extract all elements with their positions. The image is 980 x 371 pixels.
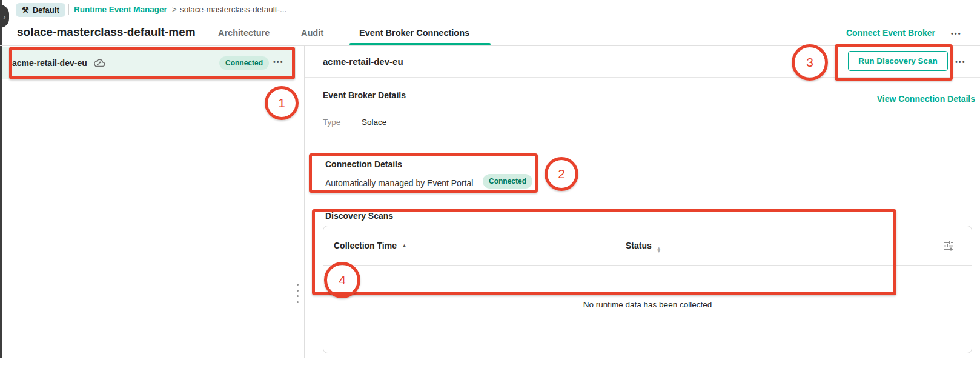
event-broker-details-heading: Event Broker Details	[323, 90, 406, 100]
tab-architecture[interactable]: Architecture	[218, 28, 270, 38]
column-header-status[interactable]: Status▲▼	[626, 241, 661, 253]
header-bottom-border	[0, 45, 980, 46]
main-header-divider	[305, 77, 980, 78]
column-filter-icon	[941, 238, 956, 253]
cloud-discovery-icon	[92, 57, 107, 69]
breadcrumb-runtime-event-manager[interactable]: Runtime Event Manager	[74, 5, 167, 14]
type-label: Type	[323, 118, 340, 127]
breadcrumb-current: solace-masterclass-default-...	[180, 5, 286, 14]
breadcrumb-divider	[68, 4, 69, 15]
discovery-scans-table: Collection Time▲ Status▲▼ No runtime dat…	[323, 226, 972, 353]
tab-audit[interactable]: Audit	[301, 28, 323, 38]
discovery-scans-heading: Discovery Scans	[325, 211, 393, 221]
broker-name: acme-retail-dev-eu	[12, 58, 87, 68]
breadcrumb-separator-icon: >	[172, 5, 177, 14]
tools-icon: ⚒	[22, 5, 29, 15]
sort-ascending-icon: ▲	[402, 242, 407, 249]
view-connection-details-link[interactable]: View Connection Details	[877, 94, 975, 104]
runtime-event-manager-page: › ⚒ Default Runtime Event Manager > sola…	[0, 0, 980, 371]
annotation-circle-3: 3	[792, 44, 828, 81]
page-title: solace-masterclass-default-mem	[17, 25, 196, 39]
broker-detail-more-menu-icon[interactable]: •••	[955, 58, 966, 65]
annotation-circle-1: 1	[265, 86, 299, 120]
connect-event-broker-button[interactable]: Connect Event Broker	[846, 28, 935, 38]
connection-description: Automatically managed by Event Portal	[325, 178, 473, 188]
collection-time-label: Collection Time	[334, 241, 397, 250]
workspace-chip[interactable]: ⚒ Default	[16, 3, 65, 17]
column-header-collection-time[interactable]: Collection Time▲	[334, 241, 407, 250]
broker-list-item-acme-retail-dev-eu[interactable]: acme-retail-dev-eu Connected •••	[2, 47, 296, 79]
chevron-right-icon: ›	[3, 12, 5, 21]
workspace-chip-label: Default	[33, 5, 59, 15]
annotation-circle-2: 2	[545, 157, 578, 191]
table-settings-button[interactable]	[940, 237, 957, 254]
panel-resize-handle[interactable]	[296, 284, 299, 303]
type-value: Solace	[362, 118, 386, 127]
main-panel-border	[304, 45, 305, 358]
broker-more-menu-icon[interactable]: •••	[273, 58, 284, 65]
selected-broker-title: acme-retail-dev-eu	[323, 56, 403, 67]
header-more-menu-icon[interactable]: •••	[951, 30, 962, 37]
left-panel-border	[296, 45, 296, 358]
run-discovery-scan-button[interactable]: Run Discovery Scan	[848, 51, 948, 71]
sort-toggle-icon: ▲▼	[657, 247, 661, 253]
tab-event-broker-connections[interactable]: Event Broker Connections	[359, 28, 469, 38]
expand-sidebar-tab[interactable]: ›	[0, 5, 9, 28]
empty-table-message: No runtime data has been collected	[323, 300, 972, 309]
status-label: Status	[626, 241, 652, 250]
connection-status-badge: Connected	[483, 174, 532, 189]
broker-status-badge: Connected	[219, 56, 269, 70]
connection-details-heading: Connection Details	[325, 159, 402, 169]
